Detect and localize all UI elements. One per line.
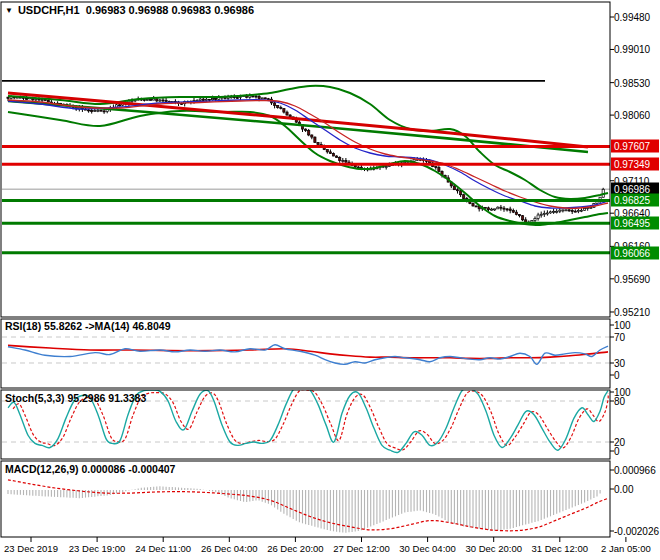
candle-body <box>475 206 477 207</box>
candle-body <box>537 215 539 218</box>
time-axis-label: 31 Dec 12:00 <box>532 543 589 554</box>
time-axis-label: 30 Dec 20:00 <box>465 543 522 554</box>
price-axis-label: 0.98530 <box>614 77 650 88</box>
candle-body <box>267 99 269 100</box>
symbol-dropdown-icon[interactable]: ▼ <box>5 6 13 15</box>
symbol-period-label: USDCHF,H1 <box>18 4 80 16</box>
candle-body <box>277 106 279 108</box>
candle-body <box>435 167 437 168</box>
rsi-indicator-label: RSI(18) 55.8262 ->MA(14) 46.8049 <box>5 320 170 332</box>
candle-body <box>460 191 462 195</box>
candle-body <box>88 110 90 111</box>
candle-body <box>497 207 499 209</box>
candle-body <box>577 210 579 211</box>
candle-body <box>438 168 440 172</box>
candle-body <box>580 210 582 211</box>
time-axis-label: 27 Dec 12:00 <box>333 543 390 554</box>
stoch-axis-label: 0 <box>614 446 620 457</box>
candle-body <box>103 111 105 112</box>
macd-indicator-label: MACD(12,26,9) 0.000086 -0.000407 <box>5 463 175 475</box>
candle-body <box>305 129 307 130</box>
candle-body <box>574 211 576 212</box>
candle-body <box>255 96 257 97</box>
candle-body <box>202 99 204 101</box>
candle-body <box>484 207 486 208</box>
macd-axis-label: 0.00 <box>614 484 633 495</box>
candle-body <box>543 213 545 214</box>
rsi-axis-label: 0 <box>614 370 620 381</box>
rsi-ma-line <box>8 345 608 358</box>
candle-body <box>146 99 148 100</box>
candle-body <box>559 210 561 211</box>
candle-body <box>283 109 285 112</box>
price-axis-label: 0.99480 <box>614 12 650 23</box>
fast-ma-red <box>8 100 608 208</box>
rsi-axis-label: 100 <box>614 320 631 331</box>
candle-body <box>385 167 387 168</box>
time-axis-label: 23 Dec 2019 <box>4 543 58 554</box>
candle-body <box>159 100 161 101</box>
candle-body <box>336 156 338 157</box>
candle-body <box>26 98 28 99</box>
candle-body <box>571 210 573 211</box>
candle-body <box>215 98 217 99</box>
candle-body <box>500 207 502 208</box>
candle-body <box>590 207 592 208</box>
candle-body <box>199 99 201 100</box>
price-axis-label: 0.95210 <box>614 306 650 317</box>
candle-body <box>472 203 474 205</box>
price-level-badge: 0.96825 <box>611 194 659 207</box>
candle-body <box>261 98 263 99</box>
candle-body <box>264 98 266 99</box>
candle-body <box>7 97 9 98</box>
candle-body <box>562 210 564 211</box>
candle-body <box>212 98 214 99</box>
time-axis-label: 24 Dec 11:00 <box>135 543 191 554</box>
candle-body <box>491 209 493 210</box>
candle-body <box>119 105 121 106</box>
time-axis-label: 26 Dec 04:00 <box>201 543 258 554</box>
price-level-badge: 0.97607 <box>611 140 659 153</box>
candle-body <box>506 209 508 210</box>
candle-body <box>556 211 558 212</box>
candle-body <box>518 214 520 215</box>
price-level-badge: 0.96066 <box>611 246 659 259</box>
candle-body <box>503 208 505 209</box>
price-level-badge: 0.96495 <box>611 217 659 230</box>
stoch-axis-label: 80 <box>614 396 625 407</box>
candle-body <box>236 98 238 99</box>
candle-body <box>345 161 347 163</box>
candle-body <box>453 186 455 190</box>
rsi-line <box>8 345 608 365</box>
price-panel-frame <box>1 2 610 317</box>
candle-body <box>100 110 102 111</box>
ohlc-values: 0.96983 0.96988 0.96983 0.96986 <box>86 4 254 16</box>
candle-body <box>47 100 49 102</box>
candle-body <box>515 212 517 214</box>
candle-body <box>165 100 167 101</box>
candle-body <box>311 135 313 137</box>
candle-body <box>522 216 524 220</box>
candle-body <box>94 111 96 112</box>
macd-signal-line <box>8 480 608 531</box>
bollinger-lower-band <box>8 111 608 225</box>
candle-body <box>487 208 489 210</box>
candle-body <box>208 99 210 100</box>
candle-body <box>41 99 43 100</box>
candle-body <box>326 150 328 152</box>
candle-body <box>162 100 164 101</box>
price-axis-label: 0.95690 <box>614 273 650 284</box>
candle-body <box>150 99 152 100</box>
candle-body <box>413 159 415 161</box>
price-chart-canvas[interactable] <box>0 0 660 560</box>
candle-body <box>205 99 207 100</box>
candle-body <box>565 210 567 211</box>
candle-body <box>456 190 458 191</box>
candle-body <box>314 137 316 142</box>
candle-body <box>584 208 586 210</box>
candle-body <box>97 110 99 111</box>
candle-body <box>339 157 341 160</box>
fast-ma-blue <box>8 100 608 209</box>
candle-body <box>463 195 465 199</box>
candle-body <box>546 213 548 214</box>
